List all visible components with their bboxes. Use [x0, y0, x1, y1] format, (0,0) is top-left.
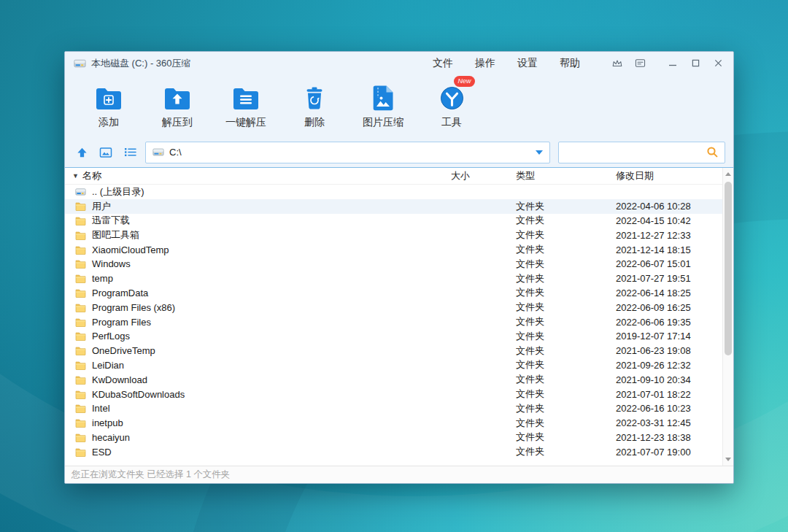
maximize-button[interactable]	[689, 57, 702, 70]
file-type: 文件夹	[516, 200, 616, 213]
scrollbar-thumb[interactable]	[725, 182, 732, 355]
status-text: 您正在浏览文件夹 已经选择 1 个文件夹	[72, 469, 230, 481]
file-type: 文件夹	[516, 315, 616, 328]
file-date: 2021-07-07 19:00	[616, 447, 733, 458]
file-name: Program Files (x86)	[92, 302, 175, 313]
folder-icon	[75, 418, 86, 428]
file-type: 文件夹	[516, 301, 616, 314]
table-row[interactable]: KwDownload 文件夹 2021-09-10 20:34	[65, 372, 733, 387]
file-type: 文件夹	[516, 272, 616, 285]
file-date: 2022-06-14 18:25	[616, 288, 733, 298]
file-type: 文件夹	[516, 373, 616, 386]
tools-button[interactable]: New 工具	[427, 82, 476, 129]
parent-directory-row[interactable]: .. (上级目录)	[65, 185, 733, 199]
file-type: 文件夹	[516, 228, 616, 242]
table-row[interactable]: Program Files (x86) 文件夹 2022-06-09 16:25	[65, 300, 733, 315]
table-row[interactable]: KDubaSoftDownloads 文件夹 2021-07-01 18:22	[65, 387, 733, 401]
image-compress-icon	[371, 82, 395, 111]
search-icon[interactable]	[706, 146, 719, 158]
folder-icon	[75, 303, 86, 312]
header-size[interactable]: 大小	[451, 169, 516, 182]
one-click-extract-icon	[232, 82, 260, 111]
table-row[interactable]: Intel 文件夹 2022-06-16 10:23	[65, 401, 733, 416]
folder-icon	[75, 259, 86, 269]
minimize-button[interactable]	[666, 57, 679, 70]
header-date[interactable]: 修改日期	[616, 169, 733, 182]
table-row[interactable]: LeiDian 文件夹 2021-09-26 12:32	[65, 358, 733, 373]
parent-directory-label: .. (上级目录)	[92, 185, 144, 198]
file-name: KDubaSoftDownloads	[92, 389, 185, 400]
menu-operation[interactable]: 操作	[475, 57, 495, 70]
folder-icon	[75, 274, 86, 283]
header-name[interactable]: ▼ 名称	[72, 169, 451, 182]
folder-icon	[75, 433, 86, 442]
file-name: XiaomiCloudTemp	[92, 244, 169, 255]
tools-icon: New	[439, 82, 465, 111]
file-date: 2022-06-07 15:01	[616, 258, 733, 269]
drive-app-icon	[74, 58, 86, 69]
table-row[interactable]: ESD 文件夹 2021-07-07 19:00	[65, 444, 733, 459]
file-name: LeiDian	[92, 360, 124, 371]
file-date: 2022-04-15 10:42	[616, 215, 733, 226]
add-button[interactable]: 添加	[84, 82, 134, 129]
menu-file[interactable]: 文件	[433, 57, 453, 70]
up-level-button[interactable]	[73, 144, 90, 161]
table-row[interactable]: hecaiyun 文件夹 2021-12-23 18:38	[65, 431, 733, 445]
image-compress-button[interactable]: 图片压缩	[358, 82, 408, 129]
table-row[interactable]: Windows 文件夹 2022-06-07 15:01	[65, 257, 733, 271]
file-type: 文件夹	[516, 243, 616, 256]
table-row[interactable]: 图吧工具箱 文件夹 2021-12-27 12:33	[65, 228, 733, 242]
folder-icon	[75, 361, 86, 370]
header-type[interactable]: 类型	[516, 169, 616, 182]
file-name: hecaiyun	[92, 432, 130, 443]
folder-icon	[75, 390, 86, 399]
scroll-up-icon[interactable]	[723, 169, 733, 180]
vip-crown-icon[interactable]	[611, 57, 624, 70]
table-row[interactable]: PerfLogs 文件夹 2019-12-07 17:14	[65, 329, 733, 344]
menu-help[interactable]: 帮助	[560, 57, 580, 70]
sort-descending-icon: ▼	[72, 172, 79, 180]
extract-to-button[interactable]: 解压到	[152, 82, 202, 129]
feedback-icon[interactable]	[633, 57, 646, 70]
delete-button[interactable]: 删除	[290, 82, 339, 129]
one-click-extract-button[interactable]: 一键解压	[221, 82, 271, 129]
folder-icon	[75, 404, 86, 413]
new-badge: New	[454, 76, 474, 87]
folder-icon	[75, 447, 86, 457]
table-row[interactable]: inetpub 文件夹 2022-03-31 12:45	[65, 416, 733, 431]
file-name: ProgramData	[92, 288, 148, 298]
file-type: 文件夹	[516, 344, 616, 358]
table-row[interactable]: XiaomiCloudTemp 文件夹 2021-12-14 18:15	[65, 242, 733, 257]
address-bar[interactable]: C:\	[145, 142, 550, 163]
preview-pane-icon[interactable]	[97, 144, 115, 161]
table-row[interactable]: OneDriveTemp 文件夹 2021-06-23 19:08	[65, 344, 733, 358]
file-date: 2021-07-27 19:51	[616, 273, 733, 284]
file-name: inetpub	[92, 417, 123, 428]
file-date: 2021-12-23 18:38	[616, 432, 733, 443]
scroll-down-icon[interactable]	[723, 454, 733, 465]
menu-settings[interactable]: 设置	[517, 57, 538, 70]
list-view-icon[interactable]	[121, 144, 139, 161]
vertical-scrollbar[interactable]	[722, 168, 733, 466]
search-box	[558, 142, 725, 163]
table-row[interactable]: 用户 文件夹 2022-04-06 10:28	[65, 199, 733, 214]
address-path: C:\	[169, 147, 530, 158]
file-date: 2022-04-06 10:28	[616, 201, 733, 212]
file-date: 2019-12-07 17:14	[616, 331, 733, 342]
table-row[interactable]: temp 文件夹 2021-07-27 19:51	[65, 271, 733, 286]
file-type: 文件夹	[516, 286, 616, 299]
file-list-area: ▼ 名称 大小 类型 修改日期	[65, 167, 733, 466]
file-rows: .. (上级目录) 用户 文件夹 2022-04-06 10:28	[65, 185, 733, 466]
table-row[interactable]: Program Files 文件夹 2022-06-06 19:35	[65, 315, 733, 329]
extract-to-icon	[163, 82, 191, 111]
file-type: 文件夹	[516, 417, 616, 430]
title-bar[interactable]: 本地磁盘 (C:) - 360压缩 文件 操作 设置 帮助	[65, 52, 733, 74]
close-button[interactable]	[711, 57, 725, 70]
file-date: 2022-06-09 16:25	[616, 302, 733, 313]
search-input[interactable]	[565, 147, 706, 158]
table-row[interactable]: 迅雷下载 文件夹 2022-04-15 10:42	[65, 214, 733, 228]
address-dropdown-icon[interactable]	[536, 150, 543, 155]
folder-icon	[75, 375, 86, 385]
table-row[interactable]: ProgramData 文件夹 2022-06-14 18:25	[65, 286, 733, 301]
file-name: temp	[92, 273, 113, 284]
